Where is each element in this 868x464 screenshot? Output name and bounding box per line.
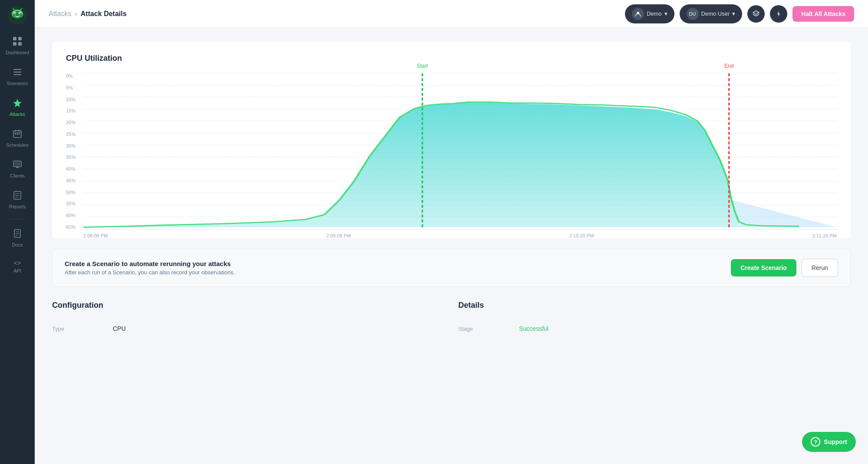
header: Attacks › Attack Details Demo ▾ DU Dem xyxy=(35,0,868,28)
api-icon: <> xyxy=(14,260,21,267)
scenario-banner-title: Create a Scenario to automate rerunning … xyxy=(65,260,235,267)
svg-rect-11 xyxy=(13,42,16,46)
scenario-text: Create a Scenario to automate rerunning … xyxy=(65,260,235,276)
user-button[interactable]: DU Demo User ▾ xyxy=(680,4,743,23)
sidebar-item-scenarios[interactable]: Scenarios xyxy=(0,61,35,92)
support-label: Support xyxy=(824,438,847,445)
docs-icon xyxy=(13,229,22,240)
scenario-banner: Create a Scenario to automate rerunning … xyxy=(52,249,851,287)
svg-point-6 xyxy=(20,13,21,14)
svg-rect-22 xyxy=(17,133,18,135)
scenario-actions: Create Scenario Rerun xyxy=(731,259,838,277)
logo-icon xyxy=(8,6,27,25)
config-type-row: Type CPU xyxy=(52,319,444,338)
chart-title: CPU Utilization xyxy=(66,54,837,63)
start-label: Start xyxy=(417,63,428,69)
chart-secondary-area xyxy=(731,200,837,227)
details-title: Details xyxy=(458,301,851,310)
svg-rect-13 xyxy=(13,69,21,70)
rerun-button[interactable]: Rerun xyxy=(802,259,838,277)
sidebar-logo xyxy=(0,0,35,30)
configuration-section: Configuration Type CPU xyxy=(52,301,444,338)
chart-section: CPU Utilization 65% 60% 55% 50% 45% 40% … xyxy=(52,42,851,238)
sidebar-item-dashboard[interactable]: Dashboard xyxy=(0,30,35,61)
demo-label: Demo xyxy=(647,10,662,17)
chart-container: 65% 60% 55% 50% 45% 40% 35% 30% 25% 20% … xyxy=(66,73,837,230)
breadcrumb-parent[interactable]: Attacks xyxy=(49,10,71,18)
reports-label: Reports xyxy=(9,204,26,209)
svg-rect-12 xyxy=(18,42,22,46)
demo-button[interactable]: Demo ▾ xyxy=(625,4,674,23)
svg-marker-37 xyxy=(777,11,780,17)
config-type-value: CPU xyxy=(113,325,126,332)
api-label: API xyxy=(13,268,21,273)
svg-rect-21 xyxy=(15,133,16,135)
demo-chevron: ▾ xyxy=(664,10,667,17)
config-title: Configuration xyxy=(52,301,444,310)
clients-icon xyxy=(13,160,22,171)
details-section: Details Stage Successful xyxy=(458,301,851,338)
breadcrumb: Attacks › Attack Details xyxy=(49,10,127,18)
info-grid: Configuration Type CPU Details Stage Suc… xyxy=(52,301,851,338)
dashboard-label: Dashboard xyxy=(6,50,29,55)
user-chevron: ▾ xyxy=(732,10,735,17)
content-area: CPU Utilization 65% 60% 55% 50% 45% 40% … xyxy=(35,28,868,464)
svg-marker-16 xyxy=(13,99,22,107)
user-avatar: DU xyxy=(687,8,699,20)
schedules-label: Schedules xyxy=(6,142,28,148)
main-content: Attacks › Attack Details Demo ▾ DU Dem xyxy=(35,0,868,464)
schedules-icon xyxy=(13,129,22,141)
svg-rect-14 xyxy=(13,72,21,72)
header-right: Demo ▾ DU Demo User ▾ xyxy=(625,4,854,23)
support-button[interactable]: ? Support xyxy=(802,432,856,452)
user-label: Demo User xyxy=(701,10,730,17)
sidebar-divider xyxy=(9,219,26,219)
sidebar-nav: Dashboard Scenarios Attacks xyxy=(0,30,35,464)
chart-inner: 65% 60% 55% 50% 45% 40% 35% 30% 25% 20% … xyxy=(66,73,837,230)
end-annotation: End xyxy=(724,63,733,69)
dashboard-icon xyxy=(13,36,22,48)
sidebar-item-api[interactable]: <> API xyxy=(0,253,35,280)
svg-rect-15 xyxy=(13,74,21,75)
chart-area xyxy=(83,102,837,227)
chart-svg xyxy=(83,73,837,229)
sidebar-item-attacks[interactable]: Attacks xyxy=(0,92,35,123)
svg-point-5 xyxy=(14,13,16,14)
lightning-button[interactable] xyxy=(770,5,787,23)
sidebar-item-reports[interactable]: Reports xyxy=(0,184,35,215)
y-axis: 65% 60% 55% 50% 45% 40% 35% 30% 25% 20% … xyxy=(66,73,83,230)
create-scenario-button[interactable]: Create Scenario xyxy=(731,259,796,276)
halt-all-attacks-button[interactable]: Halt All Attacks xyxy=(792,6,854,22)
svg-rect-23 xyxy=(19,133,20,135)
user-initials: DU xyxy=(689,11,696,16)
details-stage-value: Successful xyxy=(519,325,549,332)
sidebar-item-clients[interactable]: Clients xyxy=(0,154,35,184)
chart-plot-area: Start End xyxy=(83,73,837,230)
sidebar: Dashboard Scenarios Attacks xyxy=(0,0,35,464)
layers-button[interactable] xyxy=(747,5,765,23)
scenarios-icon xyxy=(13,67,22,79)
attacks-icon xyxy=(13,98,22,110)
reports-icon xyxy=(13,191,22,202)
layers-icon xyxy=(752,10,760,18)
breadcrumb-separator: › xyxy=(75,10,77,18)
sidebar-item-schedules[interactable]: Schedules xyxy=(0,123,35,154)
sidebar-item-docs[interactable]: Docs xyxy=(0,223,35,253)
end-label: End xyxy=(724,63,733,69)
docs-label: Docs xyxy=(12,242,23,247)
lightning-icon xyxy=(775,10,783,18)
scenario-banner-subtitle: After each run of a Scenario, you can al… xyxy=(65,269,235,276)
attacks-label: Attacks xyxy=(10,112,25,117)
clients-label: Clients xyxy=(10,173,25,178)
support-icon: ? xyxy=(811,437,820,447)
config-type-label: Type xyxy=(52,326,113,332)
x-axis: 2:08:08 PM 2:09:08 PM 2:10:20 PM 2:11:20… xyxy=(66,230,837,238)
svg-rect-10 xyxy=(18,37,22,40)
start-annotation: Start xyxy=(417,63,428,69)
breadcrumb-current: Attack Details xyxy=(81,10,127,18)
svg-rect-9 xyxy=(13,37,16,40)
details-stage-row: Stage Successful xyxy=(458,319,851,338)
scenarios-label: Scenarios xyxy=(7,81,28,86)
demo-avatar xyxy=(632,8,644,20)
svg-rect-25 xyxy=(14,162,20,166)
